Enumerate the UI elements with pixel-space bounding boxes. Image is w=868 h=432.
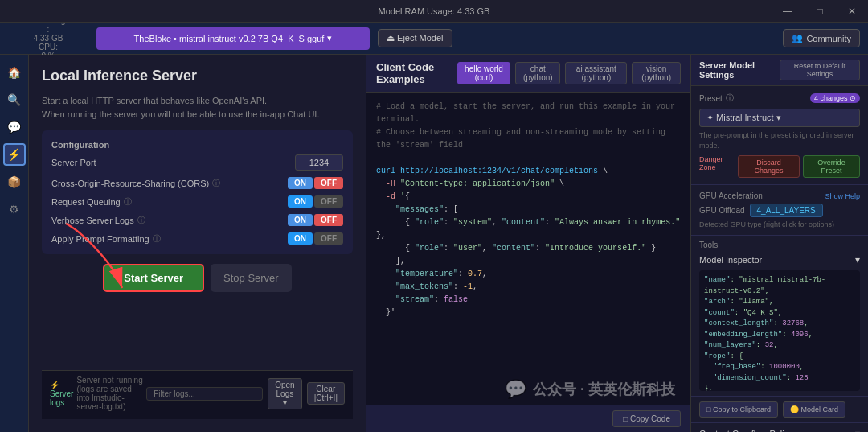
server-model-settings-title: Server Model Settings [699, 60, 780, 80]
stop-server-button[interactable]: Stop Server [211, 264, 292, 292]
watermark: 💬 公众号 · 英英伦斯科技 [505, 379, 675, 400]
override-preset-button[interactable]: Override Preset [803, 155, 860, 178]
logs-controls: Open Logs ▾ Clear |Ctrl+I| [146, 378, 345, 409]
request-queue-toggle: ON OFF [288, 195, 343, 208]
model-inspector-json: "name": "mistral_mistral-7b-instruct-v0.… [699, 270, 860, 391]
code-tabs: hello world (curl) chat (python) ai assi… [457, 62, 681, 84]
verbose-info-icon[interactable]: ⓘ [137, 215, 145, 226]
code-title: Client Code Examples [376, 61, 457, 85]
request-queue-info-icon[interactable]: ⓘ [124, 196, 132, 208]
cors-on-button[interactable]: ON [288, 177, 313, 189]
logs-filter-input[interactable] [146, 387, 263, 401]
verbose-off-button[interactable]: OFF [314, 214, 343, 226]
title-bar-title: Model RAM Usage: 4.33 GB [379, 6, 490, 16]
code-line: -H "Content-type: application/json" \ [376, 178, 681, 191]
verbose-row: Verbose Server Logs ⓘ ON OFF [51, 214, 343, 226]
gpu-offload-label: GPU Offload [699, 206, 745, 215]
sidebar-icon-home[interactable]: 🏠 [3, 61, 26, 84]
tab-vision-python[interactable]: vision (python) [632, 62, 681, 84]
tools-title: Tools [699, 241, 860, 249]
gpu-header: GPU Acceleration Show Help [699, 191, 860, 200]
code-line: curl http://localhost:1234/v1/chat/compl… [376, 165, 681, 178]
verbose-toggle: ON OFF [288, 214, 343, 226]
bottom-actions: □ Copy to Clipboard 🟡 Model Card [691, 397, 868, 423]
cors-off-button[interactable]: OFF [314, 177, 343, 189]
community-button[interactable]: 👥 Community [783, 29, 860, 47]
prompt-format-on-button[interactable]: ON [288, 232, 313, 245]
code-comment-1: # Load a model, start the server, and ru… [376, 101, 681, 126]
config-section: Configuration Server Port Cross-Origin-R… [42, 130, 353, 254]
title-bar: Model RAM Usage: 4.33 GB — □ ✕ [0, 0, 868, 23]
code-comment-2: # Choose between streaming and non-strea… [376, 126, 681, 152]
copy-to-clipboard-button[interactable]: □ Copy to Clipboard [699, 401, 778, 418]
server-port-label: Server Port [51, 158, 96, 167]
code-line: "temperature": 0.7, [376, 268, 681, 281]
tools-section: Tools Model Inspector ▾ "name": "mistral… [691, 236, 868, 397]
model-card-button[interactable]: 🟡 Model Card [783, 401, 845, 418]
close-button[interactable]: ✕ [836, 0, 868, 23]
logs-label: ⚡ Server logs Server not running (logs a… [50, 376, 146, 411]
overflow-title[interactable]: Context Overflow Policy ▾ [699, 428, 860, 432]
panel-desc: Start a local HTTP server that behaves l… [42, 94, 353, 121]
content-area: Local Inference Server Start a local HTT… [29, 55, 868, 432]
cors-row: Cross-Origin-Resource-Sharing (CORS) ⓘ O… [51, 177, 343, 189]
copy-btn-container: □ Copy Code [366, 405, 690, 432]
clear-logs-button[interactable]: Clear |Ctrl+I| [307, 382, 345, 405]
prompt-format-info-icon[interactable]: ⓘ [153, 233, 161, 245]
gpu-row: GPU Offload 4_ALL_LAYERS [699, 204, 860, 217]
prompt-format-label: Apply Prompt Formatting ⓘ [51, 233, 161, 245]
sidebar-icon-settings[interactable]: ⚙ [3, 198, 26, 220]
server-logs-section: ⚡ Server logs Server not running (logs a… [42, 370, 353, 419]
code-line: "stream": false [376, 294, 681, 307]
request-queue-on-button[interactable]: ON [288, 195, 313, 208]
show-help-link[interactable]: Show Help [825, 192, 860, 200]
model-selector[interactable]: TheBloke • mistral instruct v0.2 7B Q4_K… [96, 27, 370, 50]
prompt-format-off-button[interactable]: OFF [314, 232, 343, 245]
request-queue-off-button[interactable]: OFF [314, 195, 343, 208]
code-line: "max_tokens": -1, [376, 281, 681, 294]
preset-info-icon[interactable]: ⓘ [726, 93, 734, 104]
sidebar-icon-chat[interactable]: 💬 [3, 116, 26, 138]
watermark-icon: 💬 [505, 379, 526, 400]
watermark-text: 公众号 · 英英伦斯科技 [533, 380, 675, 399]
code-line: -d '{ [376, 191, 681, 204]
cors-toggle: ON OFF [288, 177, 343, 189]
config-label: Configuration [51, 140, 343, 150]
code-line: { "role": "system", "content": "Always a… [376, 216, 681, 242]
server-buttons: Start Server Stop Server [42, 264, 353, 292]
sidebar-icon-server[interactable]: ⚡ [3, 143, 26, 166]
overflow-label: Context Overflow Policy [699, 429, 793, 432]
server-port-input[interactable] [295, 154, 343, 171]
gpu-detected-text: Detected GPU type (right click for optio… [699, 220, 860, 228]
request-queue-row: Request Queuing ⓘ ON OFF [51, 195, 343, 208]
middle-panel: Client Code Examples hello world (curl) … [366, 55, 691, 432]
code-line: }' [376, 307, 681, 319]
preset-selector[interactable]: ✦ Mistral Instruct ▾ [699, 109, 860, 127]
cors-info-icon[interactable]: ⓘ [212, 178, 220, 189]
code-line: ], [376, 255, 681, 268]
cors-label: Cross-Origin-Resource-Sharing (CORS) ⓘ [51, 178, 220, 189]
gpu-section: GPU Acceleration Show Help GPU Offload 4… [691, 185, 868, 236]
overflow-section: Context Overflow Policy ▾ Behavior for w… [691, 423, 868, 432]
panel-title: Local Inference Server [42, 68, 353, 84]
eject-model-button[interactable]: ⏏ Eject Model [378, 29, 452, 47]
discard-changes-button[interactable]: Discard Changes [738, 155, 799, 178]
tab-hello-curl[interactable]: hello world (curl) [457, 62, 510, 84]
tab-ai-assistant-python[interactable]: ai assistant (python) [565, 62, 627, 84]
open-logs-button[interactable]: Open Logs ▾ [268, 378, 301, 409]
minimize-button[interactable]: — [772, 0, 804, 23]
code-line: { "role": "user", "content": "Introduce … [376, 242, 681, 255]
model-inspector[interactable]: Model Inspector ▾ [699, 254, 860, 265]
copy-code-button[interactable]: □ Copy Code [612, 410, 681, 427]
request-queue-label: Request Queuing ⓘ [51, 196, 132, 208]
maximize-button[interactable]: □ [804, 0, 836, 23]
community-icon: 👥 [792, 33, 803, 43]
start-server-button[interactable]: Start Server [103, 264, 204, 292]
sidebar-icon-models[interactable]: 📦 [3, 171, 26, 193]
sidebar-icon-search[interactable]: 🔍 [3, 88, 26, 111]
reset-defaults-button[interactable]: Reset to Default Settings [780, 60, 860, 80]
tab-chat-python[interactable]: chat (python) [515, 62, 560, 84]
preset-note: The pre-prompt in the preset is ignored … [699, 130, 860, 150]
verbose-on-button[interactable]: ON [288, 214, 313, 226]
prompt-format-toggle: ON OFF [288, 232, 343, 245]
